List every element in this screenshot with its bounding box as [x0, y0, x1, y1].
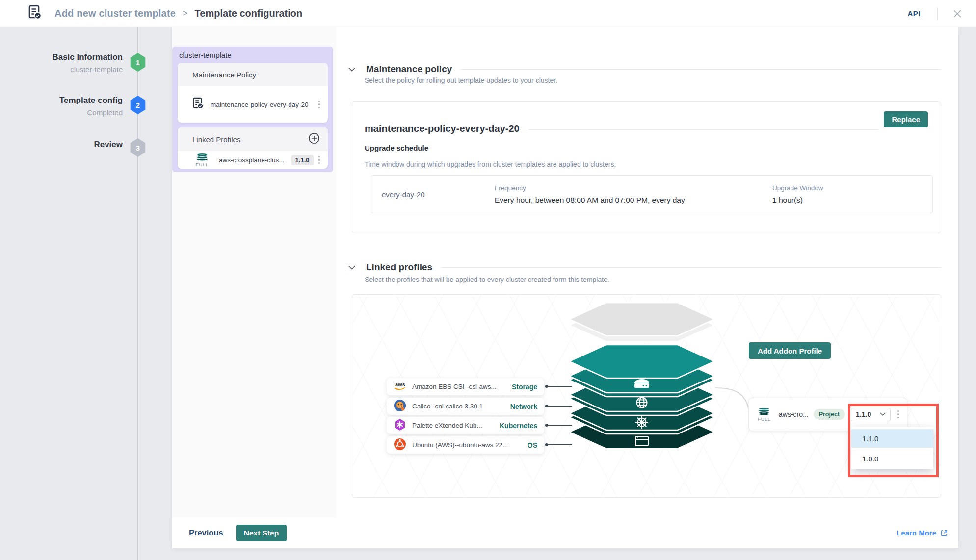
upgrade-schedule-description: Time window during which upgrades from c…: [365, 160, 616, 168]
frequency-column: Frequency Every hour, between 08:00 AM a…: [495, 184, 772, 204]
layer-pill-os[interactable]: Ubuntu (AWS)--ubuntu-aws 22... OS: [387, 436, 544, 454]
schedule-name: every-day-20: [382, 190, 495, 199]
doc-check-icon: [192, 97, 204, 112]
profile-version-badge: 1.1.0: [291, 155, 314, 165]
topbar-divider: [937, 7, 938, 20]
step-2-hexagon-badge[interactable]: 2: [130, 96, 146, 114]
profile-layers-icon: [758, 407, 770, 415]
kebab-menu-icon[interactable]: [317, 154, 322, 166]
schedule-row: every-day-20 Frequency Every hour, betwe…: [371, 175, 933, 213]
kubernetes-layer-icon: [635, 416, 648, 429]
linked-profile-tree-item[interactable]: FULL aws-crossplane-clus... 1.1.0: [178, 151, 328, 169]
breadcrumb-current: Template configuration: [195, 8, 303, 19]
layer-name: Amazon EBS CSI--csi-aws...: [412, 383, 508, 390]
layer-name: Palette eXtended Kub...: [412, 422, 496, 429]
chevron-down-icon[interactable]: [348, 263, 355, 272]
section-rule: [461, 69, 941, 70]
maintenance-policy-card: maintenance-policy-every-day-20 Replace …: [352, 101, 941, 233]
maintenance-section-subtitle: Select the policy for rolling out templa…: [365, 76, 557, 84]
storage-layer-icon: [634, 379, 649, 388]
breadcrumb-parent[interactable]: Add new cluster template: [54, 8, 176, 19]
calico-icon: [394, 399, 406, 414]
layer-name: Calico--cni-calico 3.30.1: [412, 403, 506, 410]
step-number: 2: [136, 101, 140, 109]
previous-button[interactable]: Previous: [189, 528, 223, 537]
addon-profile-name: aws-cro...: [779, 410, 809, 418]
upgrade-window-value: 1 hour(s): [772, 196, 922, 204]
section-rule: [441, 267, 941, 268]
replace-button[interactable]: Replace: [884, 111, 928, 127]
version-select[interactable]: 1.1.0: [851, 408, 890, 421]
kebab-menu-icon[interactable]: [317, 99, 322, 111]
external-link-icon: [940, 529, 948, 537]
api-button[interactable]: API: [907, 9, 921, 18]
add-cluster-template-page: { "header": { "breadcrumb_parent": "Add …: [0, 0, 976, 560]
upgrade-window-label: Upgrade Window: [772, 184, 922, 192]
profile-layers-icon: [196, 153, 209, 161]
palette-icon: [394, 418, 406, 433]
step-number: 3: [136, 144, 140, 152]
layer-pill-storage[interactable]: aws Amazon EBS CSI--csi-aws... Storage: [387, 378, 544, 395]
close-icon[interactable]: [952, 9, 962, 19]
add-addon-profile-button[interactable]: Add Addon Profile: [749, 342, 831, 359]
version-dropdown-menu: 1.1.0 1.0.0: [851, 427, 933, 469]
step-title: Template config: [59, 95, 123, 105]
version-select-value: 1.1.0: [856, 410, 871, 418]
layer-type: Kubernetes: [500, 422, 537, 430]
step-3-hexagon-badge[interactable]: 3: [130, 138, 146, 157]
next-step-button[interactable]: Next Step: [236, 525, 287, 541]
wizard-steps-rail: Basic Information cluster-template 1 Tem…: [0, 27, 172, 560]
maintenance-policy-tree-item[interactable]: maintenance-policy-every-day-20: [178, 86, 328, 123]
top-header-bar: Add new cluster template > Template conf…: [0, 0, 976, 27]
learn-more-label: Learn More: [897, 529, 936, 537]
upgrade-schedule-heading: Upgrade schedule: [365, 144, 428, 152]
chevron-down-icon[interactable]: [348, 65, 355, 74]
chevron-down-icon: [880, 412, 886, 416]
tree-header-label: Maintenance Policy: [192, 71, 320, 79]
section-title: Linked profiles: [366, 262, 432, 273]
layer-type: Storage: [512, 383, 537, 391]
kebab-menu-icon[interactable]: [896, 408, 901, 421]
aws-icon: aws: [394, 381, 406, 393]
linked-profile-item-label: aws-crossplane-clus...: [219, 156, 289, 164]
maintenance-policy-tree-card: Maintenance Policy maintenance-policy-ev…: [178, 63, 328, 123]
layer-pill-network[interactable]: Calico--cni-calico 3.30.1 Network: [387, 398, 544, 415]
frequency-label: Frequency: [495, 184, 772, 192]
project-scope-badge: Project: [814, 409, 845, 420]
wizard-footer: Previous Next Step Learn More: [172, 517, 958, 548]
layer-name: Ubuntu (AWS)--ubuntu-aws 22...: [412, 441, 524, 449]
linked-profiles-tree-card: Linked Profiles FULL: [178, 127, 328, 169]
step-title: Basic Information: [52, 52, 123, 62]
step-title: Review: [94, 139, 123, 150]
maintenance-policy-tree-header: Maintenance Policy: [178, 63, 328, 86]
layer-pill-kubernetes[interactable]: Palette eXtended Kub... Kubernetes: [387, 417, 544, 434]
layer-type: Network: [510, 403, 537, 410]
profile-scope-block: FULL: [192, 153, 212, 167]
profile-scope-block: FULL: [755, 407, 774, 422]
title-rule: [529, 129, 879, 130]
step-subtitle: Completed: [59, 108, 123, 117]
linked-profiles-tree-header: Linked Profiles: [178, 127, 328, 151]
add-profile-plus-icon[interactable]: [308, 132, 320, 146]
step-1-hexagon-badge[interactable]: 1: [130, 53, 146, 72]
addon-profile-card[interactable]: FULL aws-cro... Project 1.1.0: [748, 398, 907, 431]
profile-stack-diagram: [569, 299, 715, 452]
svg-text:aws: aws: [395, 382, 405, 387]
template-configuration-panel: cluster-template Maintenance Policy mai: [172, 27, 958, 548]
cluster-template-doc-icon: [28, 5, 42, 22]
profile-scope-label: FULL: [758, 416, 770, 422]
tree-title: cluster-template: [179, 51, 232, 59]
learn-more-link[interactable]: Learn More: [897, 529, 948, 537]
step-review[interactable]: Review: [94, 139, 123, 150]
version-option-1-1-0[interactable]: 1.1.0: [851, 429, 933, 448]
step-subtitle: cluster-template: [52, 65, 123, 74]
section-title: Maintenance policy: [366, 64, 452, 75]
step-template-config[interactable]: Template config Completed: [59, 95, 123, 117]
maintenance-policy-item-label: maintenance-policy-every-day-20: [211, 101, 317, 108]
linked-profiles-subtitle: Select the profiles that will be applied…: [365, 276, 609, 283]
layer-type: OS: [528, 441, 537, 449]
frequency-value: Every hour, between 08:00 AM and 07:00 P…: [495, 196, 772, 204]
tree-header-label: Linked Profiles: [192, 135, 308, 144]
step-basic-information[interactable]: Basic Information cluster-template: [52, 52, 123, 74]
version-option-1-0-0[interactable]: 1.0.0: [851, 448, 933, 469]
